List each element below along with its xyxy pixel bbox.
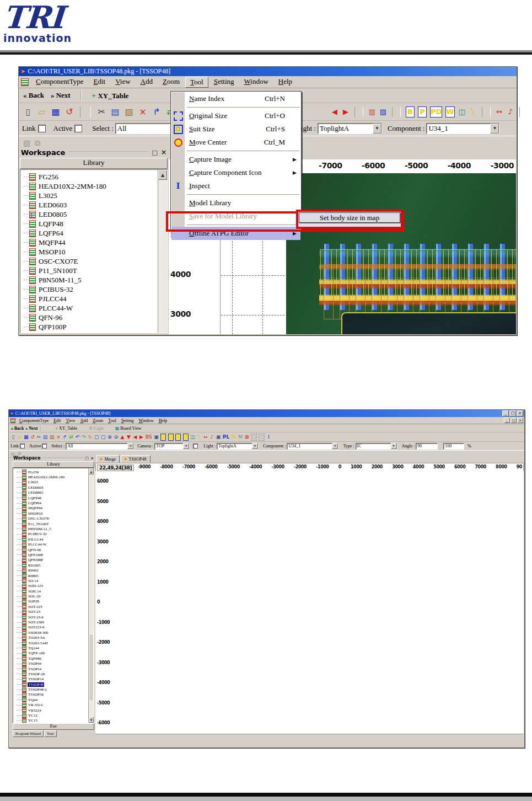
toolbar-icon[interactable]: ▣ [216, 434, 221, 440]
menu-item[interactable]: Add [78, 418, 90, 423]
camera-combo[interactable]: TOP ▼ [154, 443, 190, 450]
toolbar-icon[interactable]: B [406, 106, 415, 118]
library-tree-item[interactable]: PLCC44-W [20, 303, 167, 313]
fov-button[interactable]: Fov [13, 723, 94, 730]
toolbar-icon[interactable]: ▣ [154, 434, 159, 440]
toolbar-icon[interactable]: ▤ [43, 434, 48, 440]
menu-item[interactable]: Setting [119, 418, 136, 423]
toolbar-icon[interactable]: ▯ [23, 106, 33, 118]
active-checkbox[interactable] [74, 125, 82, 132]
library-tree-item[interactable]: LED0805 [20, 210, 167, 219]
menu-item[interactable] [171, 105, 300, 109]
toolbar-icon[interactable]: PL [223, 434, 229, 440]
toolbar-icon[interactable]: BS [146, 434, 152, 440]
toolbar-icon[interactable]: ▲ [120, 434, 125, 440]
zoom-input[interactable]: 100 [443, 443, 464, 450]
toolbar-icon[interactable]: ↻ [88, 434, 93, 440]
menu-item[interactable]: Help [274, 77, 297, 88]
scroll-up-icon[interactable]: ▲ [158, 170, 167, 180]
library-tree-item[interactable]: QFP100P [20, 322, 167, 332]
library-header-button[interactable]: Library [20, 158, 168, 169]
library-tree-item[interactable]: SOT-23-6 [13, 615, 94, 620]
dropdown-arrow-icon[interactable]: ▼ [391, 443, 397, 449]
title-bar[interactable]: ➤ C:\AOI\TRI_USER_LIB\TSSOP48.pkg - [TSS… [19, 67, 517, 76]
tree-scrollbar[interactable]: ▲ ▼ [88, 468, 94, 723]
library-tree-item[interactable]: TSOP44 [13, 661, 94, 666]
toolbar-icon[interactable]: ↔ [203, 434, 208, 440]
library-tree-item[interactable]: VR3224 [13, 708, 94, 713]
toolbar-icon[interactable]: ↺ [30, 434, 35, 440]
toolbar-icon[interactable]: ╲ [197, 434, 201, 440]
menu-item[interactable]: Suit Size Ctrl+S [171, 122, 300, 136]
pcb-image[interactable] [286, 173, 516, 334]
library-tree-item[interactable]: L3025 [20, 191, 167, 200]
library-tree-item[interactable]: MQFP44 [13, 506, 94, 511]
dropdown-arrow-icon[interactable]: ▼ [183, 443, 189, 449]
submenu-item[interactable]: Set body size in map [299, 212, 400, 223]
view-tab[interactable]: ▶ TSSOP48 [121, 455, 150, 463]
toolbar-icon[interactable]: ⇄ [69, 434, 73, 440]
toolbar-icon[interactable]: ▦ [51, 106, 61, 118]
library-header-button[interactable]: Library [13, 461, 94, 468]
toolbar-icon[interactable]: ↷ [82, 434, 86, 440]
toolbar-icon[interactable] [160, 434, 166, 441]
menu-item[interactable]: Tool [106, 418, 119, 423]
toolbar-icon[interactable]: ↺ [65, 106, 74, 118]
toolbar-icon[interactable] [168, 434, 174, 441]
library-tree-item[interactable]: LED0603 [20, 200, 167, 210]
toolbar-icon[interactable]: ▨ [379, 107, 387, 117]
library-tree-item[interactable]: SOT-2369 [13, 620, 94, 624]
library-tree-item[interactable]: LED0805 [13, 490, 94, 495]
library-tree-item[interactable]: TSSOP56 [13, 692, 94, 697]
menu-item[interactable]: Move Center Ctrl_M [171, 136, 300, 149]
menu-item[interactable] [171, 223, 300, 227]
library-tree-item[interactable]: OSC-CXO7E [20, 257, 167, 266]
toolbar-icon[interactable]: ▱ [37, 106, 47, 118]
library-tree-item[interactable]: QFP208P [13, 558, 94, 563]
library-tree-item[interactable]: TSOP54 [13, 666, 94, 671]
tree-scrollbar[interactable]: ▲ [158, 170, 167, 333]
menu-item[interactable]: Name Index Ctrl+N [171, 92, 300, 105]
window-control-button[interactable]: _ [502, 410, 509, 416]
library-tree-item[interactable]: PJLCC44 [13, 537, 94, 542]
scroll-down-icon[interactable]: ▼ [89, 717, 94, 723]
dropdown-arrow-icon[interactable]: ▼ [373, 124, 381, 134]
library-tree-item[interactable]: TQFP80 [13, 656, 94, 661]
menu-item[interactable]: Save for Model Library [171, 210, 300, 223]
dropdown-arrow-icon[interactable]: ▼ [252, 443, 258, 449]
toolbar-icon[interactable] [392, 107, 401, 117]
menu-item[interactable]: View [111, 77, 135, 88]
view-tab[interactable]: ▶ Merge [96, 455, 120, 463]
menu-item[interactable]: Add [136, 77, 157, 88]
library-tree-item[interactable]: TSSOP14 [13, 677, 94, 682]
board-view-button[interactable]: ▦ Board View [115, 426, 142, 431]
toolbar-icon[interactable]: ↔ [496, 107, 503, 117]
toolbar-icon[interactable]: ╲ [469, 107, 477, 117]
toolbar-icon[interactable] [80, 106, 91, 118]
library-tree-item[interactable]: QFN-96 [13, 547, 94, 552]
library-tree-item[interactable]: TQFP-100 [13, 651, 94, 656]
library-tree-item[interactable]: R0402 [13, 568, 94, 573]
toolbar-icon[interactable]: ▧ [124, 106, 134, 118]
library-tree-item[interactable]: SO-14 [13, 578, 94, 583]
menu-item[interactable]: Edit [89, 77, 110, 88]
toolbar-icon[interactable]: ♪ [209, 434, 214, 440]
window-control-button[interactable]: × [517, 410, 523, 416]
menu-item[interactable]: View [64, 418, 78, 423]
menu-item[interactable]: Original Size Ctrl+O [171, 109, 300, 122]
type-combo[interactable]: IC ▼ [356, 443, 397, 450]
menu-item[interactable]: Window [137, 418, 156, 423]
toolbar-icon[interactable]: ↱ [63, 434, 67, 440]
workspace-tab[interactable]: Program Wizard [13, 730, 44, 737]
library-tree-item[interactable]: L3025 [13, 480, 94, 485]
title-bar[interactable]: ➤ C:\AOI\TRI_USER_LIB\TSSOP48.pkg - [TSS… [9, 410, 524, 417]
toolbar-icon[interactable]: M [238, 434, 243, 440]
toolbar-icon[interactable]: ▢ [94, 434, 99, 440]
library-tree-item[interactable]: TSSOP48 [13, 682, 94, 687]
link-checkbox[interactable] [38, 125, 46, 132]
library-tree-item[interactable]: PJLCC44 [20, 294, 167, 303]
toolbar-icon[interactable]: ⊖ [114, 434, 119, 440]
library-tree-item[interactable]: YC15 [13, 718, 94, 723]
library-tree-item[interactable]: TSSOP48-2 [13, 687, 94, 692]
library-tree-item[interactable]: SOP28 [13, 599, 94, 604]
